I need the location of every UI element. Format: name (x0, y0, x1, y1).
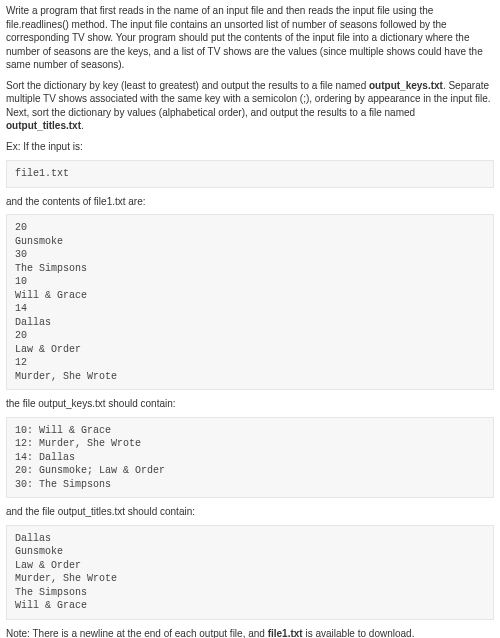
filename-output-titles: output_titles.txt (6, 120, 81, 131)
caption-output-keys: the file output_keys.txt should contain: (6, 397, 494, 411)
code-file-contents: 20 Gunsmoke 30 The Simpsons 10 Will & Gr… (6, 214, 494, 390)
code-input-filename: file1.txt (6, 160, 494, 188)
caption-output-titles: and the file output_titles.txt should co… (6, 505, 494, 519)
instructions-area: Write a program that first reads in the … (0, 0, 500, 638)
code-output-titles: Dallas Gunsmoke Law & Order Murder, She … (6, 525, 494, 620)
filename-output-keys: output_keys.txt (369, 80, 443, 91)
caption-file-contents: and the contents of file1.txt are: (6, 195, 494, 209)
note-filename: file1.txt (268, 628, 303, 639)
example-label: Ex: If the input is: (6, 140, 494, 154)
intro-text: Write a program that first reads in the … (6, 5, 483, 70)
paragraph-intro: Write a program that first reads in the … (6, 4, 494, 72)
note-a: Note: There is a newline at the end of e… (6, 628, 268, 639)
code-output-keys: 10: Will & Grace 12: Murder, She Wrote 1… (6, 417, 494, 499)
paragraph-sort: Sort the dictionary by key (least to gre… (6, 79, 494, 133)
note-c: is available to download. (303, 628, 415, 639)
sort-text-a: Sort the dictionary by key (least to gre… (6, 80, 369, 91)
sort-text-e: . (81, 120, 84, 131)
note-line: Note: There is a newline at the end of e… (6, 627, 494, 639)
